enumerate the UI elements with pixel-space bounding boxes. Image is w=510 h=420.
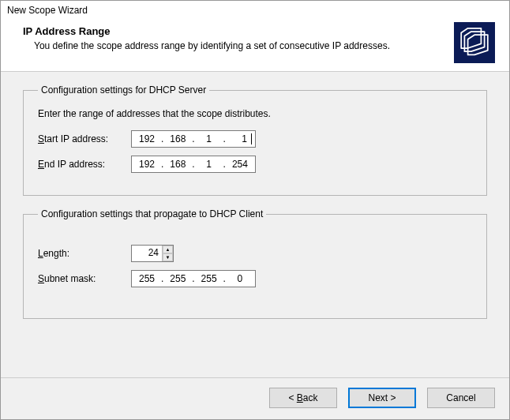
content-area: Configuration settings for DHCP Server E… [1, 71, 509, 377]
end-ip-label: End IP address: [38, 159, 131, 170]
page-heading: IP Address Range [23, 25, 390, 37]
length-stepper[interactable]: 24 ▲ ▼ [131, 245, 174, 262]
end-ip-octet-2[interactable]: 168 [166, 159, 189, 170]
length-down-button[interactable]: ▼ [163, 253, 173, 261]
length-up-button[interactable]: ▲ [163, 246, 173, 253]
client-settings-group: Configuration settings that propagate to… [23, 208, 487, 319]
cancel-button[interactable]: Cancel [427, 388, 495, 408]
length-spinner-buttons: ▲ ▼ [162, 246, 173, 261]
mask-octet-2[interactable]: 255 [166, 273, 189, 284]
mask-octet-1[interactable]: 255 [135, 273, 159, 284]
window-title: New Scope Wizard [1, 1, 509, 22]
header-text-block: IP Address Range You define the scope ad… [23, 22, 390, 51]
end-ip-octet-4[interactable]: 254 [228, 159, 252, 170]
end-ip-input[interactable]: 192. 168. 1. 254 [131, 156, 256, 173]
wizard-footer: < Back Next > Cancel [1, 377, 509, 419]
start-ip-octet-4[interactable]: 1 [228, 133, 252, 144]
subnet-mask-input[interactable]: 255. 255. 255. 0 [131, 270, 256, 287]
start-ip-octet-3[interactable]: 1 [197, 133, 221, 144]
subnet-mask-label: Subnet mask: [38, 273, 131, 284]
mask-octet-3[interactable]: 255 [197, 273, 221, 284]
text-caret [251, 133, 252, 144]
end-ip-row: End IP address: 192. 168. 1. 254 [38, 156, 472, 173]
client-settings-legend: Configuration settings that propagate to… [38, 208, 266, 219]
start-ip-label: Start IP address: [38, 133, 131, 144]
end-ip-octet-1[interactable]: 192 [135, 159, 159, 170]
next-button[interactable]: Next > [348, 388, 416, 408]
folders-icon [454, 22, 495, 63]
page-subtitle: You define the scope address range by id… [34, 40, 390, 51]
mask-octet-4[interactable]: 0 [228, 273, 252, 284]
start-ip-input[interactable]: 192. 168. 1. 1 [131, 130, 256, 148]
end-ip-octet-3[interactable]: 1 [197, 159, 221, 170]
back-button[interactable]: < Back [269, 388, 337, 408]
start-ip-octet-1[interactable]: 192 [135, 133, 159, 144]
wizard-header: IP Address Range You define the scope ad… [1, 22, 509, 71]
server-settings-group: Configuration settings for DHCP Server E… [23, 84, 487, 196]
length-row: Length: 24 ▲ ▼ [38, 245, 472, 262]
length-value[interactable]: 24 [132, 246, 162, 261]
start-ip-octet-2[interactable]: 168 [166, 133, 189, 144]
subnet-mask-row: Subnet mask: 255. 255. 255. 0 [38, 270, 472, 287]
start-ip-row: Start IP address: 192. 168. 1. 1 [38, 130, 472, 148]
server-settings-intro: Enter the range of addresses that the sc… [38, 108, 472, 119]
server-settings-legend: Configuration settings for DHCP Server [38, 84, 209, 96]
length-label: Length: [38, 248, 131, 259]
